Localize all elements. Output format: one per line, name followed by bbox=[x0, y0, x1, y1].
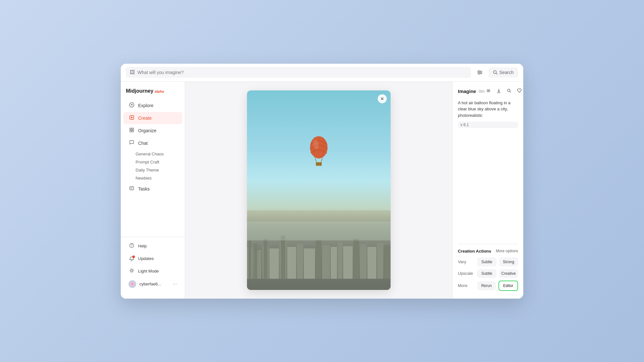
svg-line-28 bbox=[130, 269, 131, 269]
avatar: 🌸 bbox=[128, 280, 136, 288]
vary-strong-button[interactable]: Strong bbox=[499, 257, 518, 266]
svg-rect-41 bbox=[249, 240, 251, 279]
sidebar-item-help[interactable]: ? Help bbox=[123, 240, 182, 252]
svg-rect-14 bbox=[130, 128, 131, 130]
sidebar-item-tasks-label: Tasks bbox=[138, 186, 150, 191]
panel-title: Imagine bbox=[458, 88, 476, 94]
sidebar-item-light-mode[interactable]: Light Mode bbox=[123, 265, 182, 277]
vary-row: Vary Subtle Strong bbox=[458, 257, 518, 266]
sidebar-item-light-mode-label: Light Mode bbox=[138, 269, 159, 274]
vary-label: Vary bbox=[458, 259, 475, 264]
upscale-label: Upscale bbox=[458, 271, 475, 276]
svg-rect-15 bbox=[132, 128, 134, 130]
more-options-button[interactable]: More options bbox=[496, 249, 518, 253]
list-view-button[interactable] bbox=[485, 87, 492, 96]
sidebar-item-chat-label: Chat bbox=[138, 141, 148, 146]
sidebar-item-help-label: Help bbox=[138, 244, 147, 248]
prompt-input-wrap[interactable]: 🖼 bbox=[126, 67, 471, 78]
sidebar-item-daily-theme[interactable]: Daily Theme bbox=[132, 166, 182, 174]
search-label: Search bbox=[499, 70, 514, 75]
sidebar-item-newbies[interactable]: Newbies bbox=[132, 174, 182, 182]
sidebar-item-updates-label: Updates bbox=[138, 256, 154, 261]
search-button[interactable]: Search bbox=[488, 67, 518, 78]
svg-rect-49 bbox=[287, 247, 296, 279]
chat-sub-menu: General Chaos Prompt Craft Daily Theme N… bbox=[132, 150, 182, 182]
svg-rect-57 bbox=[353, 239, 359, 279]
creation-actions-header: Creation Actions More options bbox=[458, 249, 518, 254]
svg-line-31 bbox=[130, 272, 131, 272]
svg-rect-55 bbox=[338, 242, 343, 279]
sidebar-item-organize[interactable]: Organize bbox=[123, 125, 182, 137]
balloon-image bbox=[247, 90, 391, 290]
filter-button[interactable] bbox=[475, 68, 485, 77]
sidebar-bottom: ? Help Updates bbox=[121, 237, 185, 293]
svg-rect-52 bbox=[316, 240, 321, 279]
help-icon: ? bbox=[128, 243, 135, 249]
prompt-input[interactable] bbox=[137, 70, 467, 75]
upscale-subtle-button[interactable]: Subtle bbox=[477, 269, 497, 278]
user-more-icon[interactable]: ··· bbox=[173, 281, 177, 287]
favorite-button[interactable] bbox=[516, 87, 523, 96]
sidebar: Midjourney alpha Explore bbox=[121, 82, 185, 299]
svg-rect-43 bbox=[254, 244, 257, 279]
svg-point-4 bbox=[480, 72, 481, 73]
sidebar-item-chat[interactable]: Chat bbox=[123, 137, 182, 149]
svg-text:?: ? bbox=[131, 244, 133, 247]
sidebar-item-create[interactable]: Create bbox=[123, 112, 182, 124]
chat-icon bbox=[128, 140, 135, 146]
body: Midjourney alpha Explore bbox=[121, 82, 523, 299]
svg-line-34 bbox=[321, 158, 322, 163]
sidebar-nav: Explore Create bbox=[121, 99, 185, 234]
light-mode-icon bbox=[128, 268, 135, 274]
sidebar-item-explore-label: Explore bbox=[138, 103, 153, 108]
sidebar-item-prompt-craft[interactable]: Prompt Craft bbox=[132, 158, 182, 166]
city-layer bbox=[247, 210, 391, 290]
user-row[interactable]: 🌸 cyberfae6... ··· bbox=[123, 278, 182, 291]
search-panel-button[interactable] bbox=[505, 87, 513, 96]
sidebar-item-updates[interactable]: Updates bbox=[123, 253, 182, 265]
upscale-creative-button[interactable]: Creative bbox=[499, 269, 518, 278]
panel-actions bbox=[485, 87, 523, 96]
svg-rect-62 bbox=[247, 221, 391, 240]
editor-button[interactable]: Editor bbox=[498, 281, 518, 291]
panel-spacer bbox=[458, 133, 518, 244]
sidebar-item-create-label: Create bbox=[138, 116, 152, 121]
right-panel: Imagine 0m bbox=[452, 82, 523, 299]
creation-actions: Creation Actions More options Vary Subtl… bbox=[458, 244, 518, 293]
compass-icon bbox=[128, 102, 135, 109]
download-button[interactable] bbox=[495, 87, 503, 96]
svg-rect-58 bbox=[360, 244, 367, 279]
image-container: ✕ bbox=[247, 90, 391, 290]
updates-icon-wrap bbox=[128, 255, 135, 262]
main-area: ✕ bbox=[185, 82, 523, 299]
svg-rect-60 bbox=[377, 243, 384, 279]
sidebar-item-organize-label: Organize bbox=[138, 128, 156, 133]
tasks-icon bbox=[128, 186, 135, 192]
svg-rect-17 bbox=[132, 130, 134, 132]
svg-point-5 bbox=[478, 73, 480, 74]
create-icon bbox=[128, 115, 135, 121]
svg-point-3 bbox=[478, 70, 479, 72]
svg-rect-53 bbox=[322, 245, 330, 279]
sidebar-item-explore[interactable]: Explore bbox=[123, 99, 182, 112]
sidebar-item-tasks[interactable]: Tasks bbox=[123, 183, 182, 195]
sidebar-item-general-chaos[interactable]: General Chaos bbox=[132, 150, 182, 158]
svg-rect-59 bbox=[367, 247, 376, 279]
header-actions: Search bbox=[475, 67, 518, 78]
svg-rect-51 bbox=[304, 248, 315, 279]
rerun-button[interactable]: Rerun bbox=[477, 281, 496, 290]
balloon-svg bbox=[306, 134, 332, 166]
close-button[interactable]: ✕ bbox=[378, 94, 387, 103]
creation-actions-title: Creation Actions bbox=[458, 249, 491, 254]
svg-rect-54 bbox=[331, 247, 337, 279]
panel-header: Imagine 0m bbox=[458, 87, 518, 96]
svg-rect-46 bbox=[269, 248, 279, 279]
svg-rect-16 bbox=[130, 130, 131, 132]
svg-rect-50 bbox=[297, 244, 303, 279]
logo-alpha: alpha bbox=[155, 89, 164, 93]
header: 🖼 Search bbox=[121, 64, 523, 82]
panel-time: 0m bbox=[479, 89, 485, 94]
image-icon: 🖼 bbox=[130, 70, 135, 75]
vary-subtle-button[interactable]: Subtle bbox=[477, 257, 497, 266]
image-area: ✕ bbox=[185, 82, 452, 299]
